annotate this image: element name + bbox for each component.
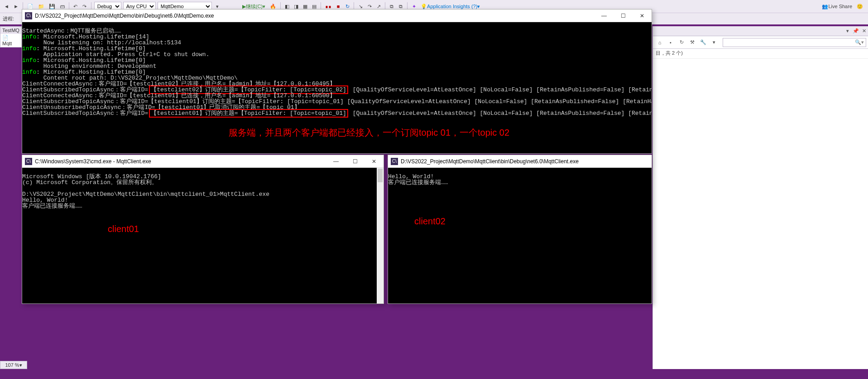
scrollbar[interactable] bbox=[377, 168, 384, 303]
right-panel-header: ▾ 📌 ✕ bbox=[653, 26, 868, 36]
minimize-button[interactable]: — bbox=[595, 9, 614, 22]
console-line: 客户端已连接服务端…… bbox=[388, 179, 448, 186]
client2-console-body[interactable]: Hello, World! 客户端已连接服务端…… bbox=[388, 168, 652, 303]
client1-console-title: C:\Windows\System32\cmd.exe - MqttClient… bbox=[35, 158, 326, 165]
nav-back-icon[interactable]: ◄ bbox=[2, 1, 11, 11]
maximize-button[interactable]: ☐ bbox=[345, 155, 364, 167]
left-tab-testmq[interactable]: TestMQ bbox=[0, 27, 21, 34]
panel-close-icon[interactable]: ✕ bbox=[860, 28, 868, 34]
console-line: 客户端已连接服务端…… bbox=[22, 203, 82, 209]
client2-console-window: C\ D:\VS2022_Project\MqttDemo\MqttClient… bbox=[388, 155, 652, 304]
maximize-button[interactable]: ☐ bbox=[614, 9, 633, 22]
console-line: [QualityOfServiceLevel=AtLeastOnce] [NoL… bbox=[349, 86, 652, 93]
rp-tool-icon[interactable]: ⚒ bbox=[687, 38, 697, 47]
console-line: [QualityOfServiceLevel=AtLeastOnce] [NoL… bbox=[349, 110, 652, 117]
console-icon: C\ bbox=[391, 158, 398, 165]
minimize-button[interactable]: — bbox=[326, 155, 345, 167]
zoom-box[interactable]: 107 % ▾ bbox=[0, 361, 27, 369]
server-console-title: D:\VS2022_Project\MqttDemo\MqttDemo\bin\… bbox=[35, 13, 595, 19]
console-icon: C\ bbox=[25, 158, 32, 165]
rp-more-icon[interactable]: ▾ bbox=[709, 38, 719, 47]
status-bar bbox=[0, 369, 868, 379]
left-tab-mqtt[interactable]: 📄 Mqtt bbox=[0, 34, 21, 47]
client1-console-titlebar[interactable]: C\ C:\Windows\System32\cmd.exe - MqttCli… bbox=[22, 155, 384, 168]
left-dock-tabs: TestMQ 📄 Mqtt bbox=[0, 26, 22, 47]
rp-refresh-icon[interactable]: ↻ bbox=[676, 38, 686, 47]
right-panel-status: 目，共 2 个) bbox=[653, 49, 868, 59]
console-line: (c) Microsoft Corporation。保留所有权利。 bbox=[22, 179, 158, 186]
console-line: ClientSubscribedTopicAsync：客户端ID= bbox=[22, 110, 148, 117]
rp-home-icon[interactable]: ⌂ bbox=[655, 38, 665, 47]
process-label: 进程: bbox=[3, 15, 14, 22]
feedback-icon[interactable]: 🙂 bbox=[855, 1, 865, 11]
client2-console-titlebar[interactable]: C\ D:\VS2022_Project\MqttDemo\MqttClient… bbox=[388, 155, 652, 168]
client1-console-body[interactable]: Microsoft Windows [版本 10.0.19042.1766] (… bbox=[22, 168, 384, 303]
scrollbar-thumb[interactable] bbox=[378, 169, 383, 182]
rp-wrench-icon[interactable]: 🔧 bbox=[698, 38, 708, 47]
client1-console-window: C\ C:\Windows\System32\cmd.exe - MqttCli… bbox=[22, 155, 384, 304]
highlight-box: 【testclient01】订阅的主题=【TopicFilter: [Topic… bbox=[149, 109, 348, 118]
client2-console-title: D:\VS2022_Project\MqttDemo\MqttClient\bi… bbox=[401, 158, 652, 165]
right-panel: ▾ 📌 ✕ ⌂ • ↻ ⚒ 🔧 ▾ 🔍▾ 目，共 2 个) bbox=[652, 26, 868, 370]
console-icon: C\ bbox=[25, 12, 32, 19]
close-button[interactable]: ✕ bbox=[364, 155, 384, 167]
nav-fwd-icon[interactable]: ► bbox=[12, 1, 20, 11]
close-button[interactable]: ✕ bbox=[633, 9, 652, 22]
panel-pin-icon[interactable]: 📌 bbox=[852, 28, 860, 34]
search-icon: 🔍▾ bbox=[855, 39, 864, 45]
rp-back-icon[interactable]: • bbox=[666, 38, 676, 47]
liveshare-button[interactable]: 👥 Live Share bbox=[820, 1, 854, 11]
panel-dropdown-icon[interactable]: ▾ bbox=[844, 28, 852, 34]
server-console-titlebar[interactable]: C\ D:\VS2022_Project\MqttDemo\MqttDemo\b… bbox=[22, 9, 652, 22]
server-console-body[interactable]: StartedAsync：MQTT服务已启动…… info: Microsoft… bbox=[22, 22, 652, 153]
right-panel-toolbar: ⌂ • ↻ ⚒ 🔧 ▾ 🔍▾ bbox=[653, 36, 868, 49]
server-console-window: C\ D:\VS2022_Project\MqttDemo\MqttDemo\b… bbox=[22, 9, 652, 154]
rp-search-input[interactable]: 🔍▾ bbox=[723, 38, 866, 47]
